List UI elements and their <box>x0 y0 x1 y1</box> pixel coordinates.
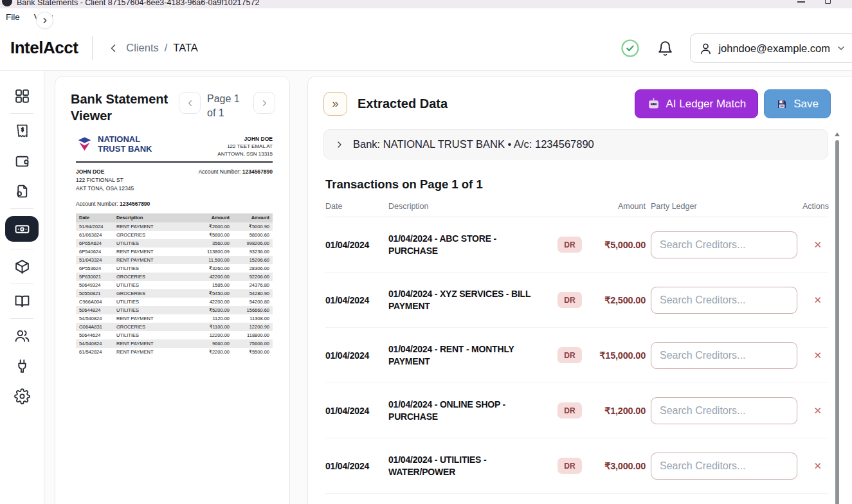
dashboard-icon <box>14 88 30 104</box>
transactions-heading: Transactions on Page 1 of 1 <box>325 177 828 192</box>
sidebar-item-wallet[interactable] <box>14 153 30 169</box>
statement-table-row: C966A004UTILITIES 42200.0054200.80 <box>76 298 273 306</box>
chevron-right-icon <box>41 16 50 25</box>
party-ledger-search-input[interactable] <box>651 342 797 369</box>
transaction-row: 01/04/2024 01/04/2024 - UTILITIES - WATE… <box>325 438 828 494</box>
remove-row-button[interactable]: ✕ <box>802 405 828 417</box>
notifications-bell-icon[interactable] <box>657 40 673 57</box>
remove-row-button[interactable]: ✕ <box>802 239 828 251</box>
bank-statement-viewer-panel: Bank Statement Viewer Page 1 of 1 NATION… <box>55 76 290 504</box>
transaction-description: 01/04/2024 - ONLINE SHOP - PURCHASE <box>388 399 550 422</box>
panel-scrollbar[interactable] <box>835 132 840 504</box>
settings-gear-icon <box>14 388 30 404</box>
debit-badge: DR <box>557 237 582 253</box>
party-ledger-search-input[interactable] <box>651 231 797 258</box>
chevron-left-icon <box>185 98 195 108</box>
sidebar-item-integrations[interactable] <box>14 358 30 374</box>
transaction-date: 01/04/2024 <box>325 240 383 250</box>
bank-logo-icon <box>76 135 93 152</box>
next-page-button[interactable] <box>253 92 275 114</box>
party-ledger-search-input[interactable] <box>651 397 797 424</box>
sidebar-item-invoices[interactable] <box>14 123 30 139</box>
sidebar-divider <box>10 249 33 249</box>
status-check-icon[interactable] <box>621 39 640 58</box>
remove-row-button[interactable]: ✕ <box>802 350 828 361</box>
sidebar-item-ledgers[interactable] <box>14 293 30 309</box>
statement-holder-block: JOHN DOE 122 FICTIONAL ST AKT TONA, OSA … <box>76 168 134 192</box>
sidebar-item-inventory[interactable] <box>14 258 30 274</box>
restore-icon[interactable] <box>825 0 831 4</box>
sidebar-item-documents[interactable] <box>14 183 30 199</box>
statement-table-row: 50649324UTILITIES 1585.0024376.80 <box>76 281 273 289</box>
menu-bar: File View <box>0 8 852 26</box>
transaction-amount: ₹2,500.00 <box>589 295 646 305</box>
prev-page-button[interactable] <box>179 92 201 114</box>
statement-table-row: 54/540824RENT PAYMENT 9660.0075606.00 <box>76 339 273 348</box>
user-email: johndoe@example.com <box>718 42 830 55</box>
statement-table-rows: 51/94/2024RENT PAYMENT ₹2600.00₹5000.90 … <box>76 222 273 356</box>
breadcrumb-current: TATA <box>173 42 198 54</box>
breadcrumb-clients[interactable]: Clients <box>126 42 158 54</box>
plug-icon <box>14 358 30 374</box>
statement-table-row: 6P553624UTILITIES ₹3260.0028306.00 <box>76 264 273 273</box>
users-icon <box>14 328 30 344</box>
document-dollar-icon <box>14 183 30 199</box>
statement-table-row: 51/043324RENT PAYMENT 11,500.0015206.60 <box>76 256 273 264</box>
transaction-row: 01/04/2024 01/04/2024 - ABC STORE - PURC… <box>325 217 828 273</box>
sidebar-item-dashboard[interactable] <box>14 88 30 104</box>
transaction-date: 01/04/2024 <box>325 461 383 471</box>
remove-row-button[interactable]: ✕ <box>802 294 828 306</box>
app-header: IntelAcct Clients / TATA johndoe@example… <box>0 26 852 71</box>
viewer-title: Bank Statement Viewer <box>71 91 174 125</box>
bank-statements-icon <box>14 221 30 237</box>
user-icon <box>699 42 712 55</box>
app-icon <box>2 0 12 6</box>
collapse-panel-button[interactable]: » <box>323 92 347 116</box>
minimize-icon[interactable] <box>797 1 805 3</box>
menu-file[interactable]: File <box>6 12 20 22</box>
user-menu[interactable]: johndoe@example.com <box>690 33 852 63</box>
sidebar-item-bank-statements[interactable] <box>5 216 39 242</box>
party-ledger-search-input[interactable] <box>651 287 797 314</box>
statement-table-row: 61/063824GROCERIES ₹5800.0058000.60 <box>76 231 273 239</box>
sidebar-item-settings[interactable] <box>14 388 30 404</box>
ledger-book-icon <box>14 293 30 309</box>
breadcrumb: Clients / TATA <box>126 42 198 54</box>
transaction-row: 01/04/2024 01/04/2024 - RENT - MONTHLY P… <box>325 328 828 383</box>
page-navigation: Page 1 of 1 <box>179 92 275 121</box>
transaction-date: 01/04/2024 <box>325 295 383 305</box>
transaction-amount: ₹5,000.00 <box>589 240 646 250</box>
wallet-icon <box>14 153 30 169</box>
chevron-left-icon <box>107 42 120 55</box>
sidebar-divider <box>10 113 33 114</box>
statement-table-row: 6P65A624UTILITIES 3560.00998206.00 <box>76 239 273 248</box>
header-actions: johndoe@example.com <box>621 26 852 71</box>
statement-table-row: 50644624UTILITIES 12200.00118800.00 <box>76 331 273 339</box>
statement-table-row: 54/540824RENT PAYMENT 1120.0011308.00 <box>76 314 273 323</box>
window-title: Bank Statements - Client 87157604-6ee3-4… <box>17 0 259 7</box>
statement-table-row: 5P630021GROCERIES 42200.0052206.00 <box>76 273 273 281</box>
scrollbar-thumb[interactable] <box>835 140 839 504</box>
bank-summary-accordion[interactable]: Bank: NATIONAL TRUST BANK • A/c: 1234567… <box>323 129 828 159</box>
transaction-amount: ₹3,000.00 <box>589 461 646 471</box>
sidebar-item-users[interactable] <box>14 328 30 344</box>
statement-table: Date Description Amount Amount 51/94/202… <box>76 213 273 356</box>
party-ledger-search-input[interactable] <box>651 453 797 480</box>
back-button[interactable] <box>105 40 121 56</box>
debit-badge: DR <box>557 402 582 419</box>
page-indicator: Page 1 of 1 <box>207 92 247 121</box>
ai-button-label: AI Ledger Match <box>666 98 747 111</box>
remove-row-button[interactable]: ✕ <box>802 460 828 472</box>
statement-table-header: Date Description Amount Amount <box>76 213 273 222</box>
transactions-column-headers: Date Description Amount Party Ledger Act… <box>325 202 828 217</box>
header-divider <box>92 36 93 60</box>
extracted-data-title: Extracted Data <box>358 96 635 111</box>
ai-ledger-match-button[interactable]: AI Ledger Match <box>635 89 759 118</box>
statement-account-line: Account Number: 1234567890 <box>76 201 273 207</box>
save-button[interactable]: Save <box>764 89 831 118</box>
chevron-right-icon <box>260 98 269 108</box>
transaction-amount: ₹15,000.00 <box>589 350 646 361</box>
save-button-label: Save <box>793 98 819 111</box>
sidebar-expand-button[interactable] <box>36 12 53 29</box>
scroll-up-arrow[interactable] <box>835 132 840 136</box>
